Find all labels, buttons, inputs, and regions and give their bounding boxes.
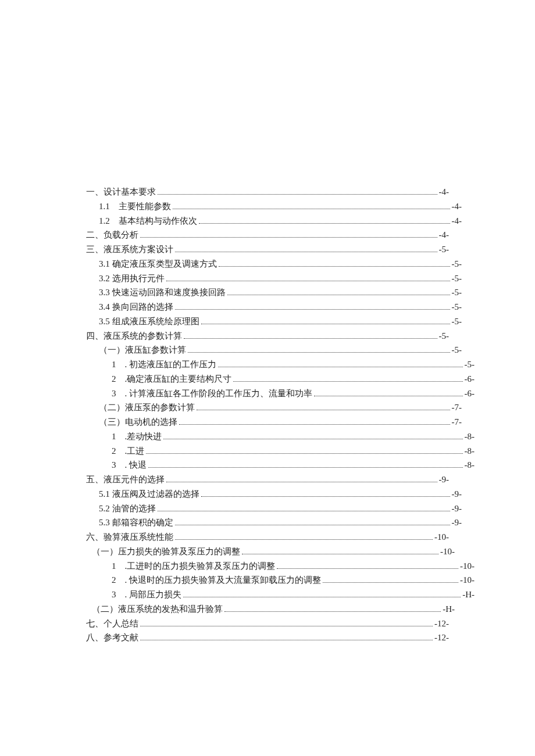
toc-label: 3.1 确定液压泵类型及调速方式	[99, 257, 217, 271]
toc-entry: 1.1 主要性能参数-4-	[86, 199, 462, 214]
toc-page: -7-	[452, 400, 462, 415]
toc-label: 六、验算液压系统性能	[86, 530, 173, 544]
toc-label: 5.3 邮箱容积的确定	[99, 515, 173, 530]
toc-page: -H-	[462, 587, 475, 602]
toc-label: 五、液压元件的选择	[86, 472, 165, 487]
dot-leader	[218, 367, 463, 367]
dot-leader	[183, 597, 461, 597]
toc-page: -5-	[465, 357, 475, 372]
toc-entry: 七、个人总结-12-	[86, 617, 449, 631]
toc-page: -9-	[452, 487, 462, 501]
toc-label: （三）电动机的选择	[99, 415, 177, 429]
dot-leader	[323, 582, 458, 583]
toc-entry: 2 .确定液压缸的主要结构尺寸-6-	[86, 372, 475, 386]
toc-label: 3.3 快速运动回路和速度换接回路	[99, 285, 226, 300]
toc-label: （二）液压泵的参数计算	[99, 400, 195, 415]
toc-page: -7-	[452, 415, 462, 429]
dot-leader	[179, 424, 450, 425]
toc-entry: 3 . 快退-8-	[86, 458, 475, 472]
toc-page: -8-	[465, 458, 475, 472]
toc-page: -5-	[452, 300, 462, 314]
toc-entry: 3.4 换向回路的选择-5-	[86, 300, 462, 314]
toc-label: 二、负载分析	[86, 228, 138, 242]
dot-leader	[242, 554, 438, 554]
dot-leader	[163, 439, 462, 439]
toc-label: 2 .工进	[112, 444, 144, 458]
toc-label: 3 . 快退	[112, 458, 147, 472]
toc-label: 1.2 基本结构与动作依次	[99, 214, 197, 228]
toc-entry: 3 . 计算液压缸各工作阶段的工作压力、流量和功率-6-	[86, 386, 475, 401]
dot-leader	[184, 338, 437, 339]
toc-label: 1 .工进时的压力损失验算及泵压力的调整	[112, 559, 275, 574]
dot-leader	[140, 626, 433, 626]
toc-page: -8-	[465, 444, 475, 458]
toc-page: -5-	[452, 314, 462, 329]
toc-page: -5-	[452, 343, 462, 357]
toc-entry: （一）压力损失的验算及泵压力的调整-10-	[86, 544, 455, 559]
toc-entry: 一、设计基本要求-4-	[86, 185, 449, 199]
toc-entry: 3.3 快速运动回路和速度换接回路-5-	[86, 285, 462, 300]
toc-page: -10-	[460, 573, 475, 587]
dot-leader	[175, 309, 450, 310]
toc-page: -4-	[452, 214, 462, 228]
dot-leader	[175, 525, 450, 525]
toc-entry: 5.2 油管的选择-9-	[86, 501, 462, 516]
toc-entry: 1 .差动快进-8-	[86, 429, 475, 444]
toc-entry: 3.2 选用执行元件-5-	[86, 271, 462, 286]
toc-entry: 3.5 组成液压系统绘原理图-5-	[86, 314, 462, 329]
dot-leader	[197, 410, 450, 410]
toc-label: 3.5 组成液压系统绘原理图	[99, 314, 199, 329]
toc-entry: （二）液压泵的参数计算-7-	[86, 400, 462, 415]
toc-entry: （一）液压缸参数计算-5-	[86, 343, 462, 357]
dot-leader	[188, 352, 450, 353]
dot-leader	[227, 295, 450, 295]
toc-entry: 2 . 快退时的压力损失验算及大流量泵卸载压力的调整-10-	[86, 573, 475, 587]
toc-label: 2 .确定液压缸的主要结构尺寸	[112, 372, 231, 386]
toc-entry: 1.2 基本结构与动作依次-4-	[86, 214, 462, 228]
toc-page: -5-	[439, 242, 450, 257]
dot-leader	[166, 281, 450, 281]
toc-label: 3.4 换向回路的选择	[99, 300, 173, 314]
toc-entry: 二、负载分析-4-	[86, 228, 449, 242]
toc-page: -6-	[465, 372, 475, 386]
toc-label: 3.2 选用执行元件	[99, 271, 165, 286]
toc-entry: 八、参考文献-12-	[86, 630, 449, 645]
toc-page: -10-	[434, 530, 449, 544]
toc-label: 2 . 快退时的压力损失验算及大流量泵卸载压力的调整	[112, 573, 321, 587]
toc-label: 三、液压系统方案设计	[86, 242, 173, 257]
dot-leader	[224, 611, 441, 612]
toc-label: （二）液压系统的发热和温升验算	[92, 602, 223, 617]
toc-page: -5-	[439, 329, 450, 343]
dot-leader	[201, 324, 450, 324]
toc-entry: 3.1 确定液压泵类型及调速方式-5-	[86, 257, 462, 271]
toc-label: 3 . 计算液压缸各工作阶段的工作压力、流量和功率	[112, 386, 312, 401]
dot-leader	[314, 396, 463, 396]
toc-entry: （三）电动机的选择-7-	[86, 415, 462, 429]
toc-page: -12-	[434, 617, 449, 631]
dot-leader	[175, 252, 437, 252]
dot-leader	[146, 453, 462, 454]
toc-label: 1.1 主要性能参数	[99, 199, 171, 214]
toc-label: 1 .差动快进	[112, 429, 162, 444]
toc-page: -4-	[439, 228, 450, 242]
dot-leader	[175, 539, 433, 540]
toc-label: 5.1 液压阀及过滤器的选择	[99, 487, 199, 501]
dot-leader	[158, 194, 437, 195]
dot-leader	[140, 237, 437, 238]
toc-container: 一、设计基本要求-4-1.1 主要性能参数-4-1.2 基本结构与动作依次-4-…	[0, 0, 535, 680]
toc-entry: 四、液压系统的参数计算-5-	[86, 329, 449, 343]
dot-leader	[158, 511, 450, 511]
toc-label: （一）液压缸参数计算	[99, 343, 186, 357]
toc-page: -12-	[434, 630, 449, 645]
dot-leader	[201, 496, 450, 497]
toc-label: 一、设计基本要求	[86, 185, 156, 199]
toc-page: -4-	[439, 185, 450, 199]
toc-page: -8-	[465, 429, 475, 444]
toc-page: -10-	[440, 544, 455, 559]
toc-label: 1 . 初选液压缸的工作压力	[112, 357, 216, 372]
toc-label: 七、个人总结	[86, 617, 138, 631]
dot-leader	[219, 266, 450, 267]
dot-leader	[148, 467, 463, 468]
toc-page: -4-	[452, 199, 462, 214]
dot-leader	[277, 568, 458, 569]
